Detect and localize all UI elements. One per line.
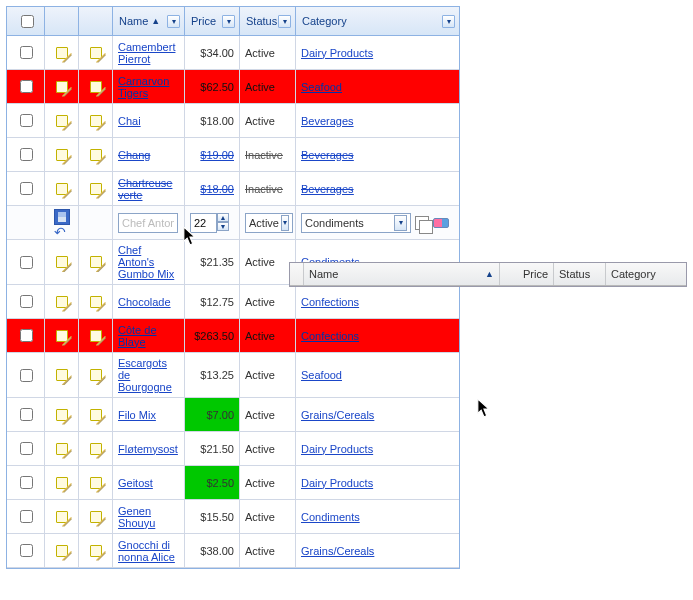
cell-edit1[interactable] (45, 36, 79, 69)
edit-icon[interactable] (54, 475, 70, 491)
cell-checkbox[interactable] (7, 466, 45, 499)
cell-edit1[interactable] (45, 285, 79, 318)
erase-icon[interactable] (433, 218, 449, 228)
cell-checkbox[interactable] (7, 172, 45, 205)
edit-icon[interactable] (54, 181, 70, 197)
chevron-down-icon[interactable]: ▾ (281, 215, 289, 231)
edit-icon[interactable] (54, 328, 70, 344)
table-row[interactable]: Escargots de Bourgogne$13.25ActiveSeafoo… (7, 353, 459, 398)
chevron-down-icon[interactable]: ▾ (222, 15, 235, 28)
chevron-down-icon[interactable]: ▾ (442, 15, 455, 28)
cell-edit2[interactable] (79, 319, 113, 352)
edit-icon[interactable] (88, 543, 104, 559)
cell-category[interactable]: Condiments (296, 500, 459, 533)
edit-icon[interactable] (88, 294, 104, 310)
cell-name[interactable]: Gnocchi di nonna Alice (113, 534, 185, 567)
small-header-price[interactable]: Price (500, 263, 554, 285)
cell-category[interactable]: Dairy Products (296, 466, 459, 499)
cell-edit1[interactable] (45, 432, 79, 465)
small-header-category[interactable]: Category (606, 263, 686, 285)
spin-down-icon[interactable]: ▼ (217, 222, 229, 231)
cell-name[interactable]: Escargots de Bourgogne (113, 353, 185, 397)
cell-checkbox[interactable] (7, 353, 45, 397)
row-checkbox[interactable] (20, 329, 33, 342)
cell-edit2[interactable] (79, 398, 113, 431)
cell-edit1[interactable] (45, 500, 79, 533)
cell-name[interactable]: Chocolade (113, 285, 185, 318)
table-row[interactable]: Gnocchi di nonna Alice$38.00ActiveGrains… (7, 534, 459, 568)
spin-up-icon[interactable]: ▲ (217, 213, 229, 222)
row-checkbox[interactable] (20, 295, 33, 308)
cell-edit1[interactable] (45, 353, 79, 397)
cell-name[interactable]: Fløtemysost (113, 432, 185, 465)
row-checkbox[interactable] (20, 148, 33, 161)
cell-edit1[interactable] (45, 70, 79, 103)
edit-icon[interactable] (54, 294, 70, 310)
cell-edit1[interactable] (45, 398, 79, 431)
cell-edit2[interactable] (79, 138, 113, 171)
edit-icon[interactable] (54, 79, 70, 95)
cell-edit2[interactable] (79, 240, 113, 284)
edit-icon[interactable] (54, 441, 70, 457)
edit-icon[interactable] (88, 441, 104, 457)
cell-edit2[interactable] (79, 432, 113, 465)
table-row[interactable]: Côte de Blaye$263.50ActiveConfections (7, 319, 459, 353)
cell-checkbox[interactable] (7, 138, 45, 171)
cell-name[interactable]: Genen Shouyu (113, 500, 185, 533)
edit-icon[interactable] (88, 45, 104, 61)
name-input[interactable] (118, 213, 178, 233)
cell-checkbox[interactable] (7, 534, 45, 567)
table-row[interactable]: Chai$18.00ActiveBeverages (7, 104, 459, 138)
spin-buttons[interactable]: ▲▼ (217, 213, 229, 233)
cell-category[interactable]: Beverages (296, 172, 459, 205)
table-row[interactable]: Carnarvon Tigers$62.50ActiveSeafood (7, 70, 459, 104)
cell-category[interactable]: Dairy Products (296, 432, 459, 465)
cell-edit2[interactable] (79, 70, 113, 103)
chevron-down-icon[interactable]: ▾ (278, 15, 291, 28)
row-checkbox[interactable] (20, 46, 33, 59)
edit-icon[interactable] (88, 113, 104, 129)
cell-edit1[interactable] (45, 138, 79, 171)
table-row[interactable]: Fløtemysost$21.50ActiveDairy Products (7, 432, 459, 466)
save-icon[interactable] (54, 209, 70, 225)
cell-checkbox[interactable] (7, 70, 45, 103)
cell-category[interactable]: Beverages (296, 104, 459, 137)
edit-icon[interactable] (54, 254, 70, 270)
chevron-down-icon[interactable]: ▾ (394, 215, 407, 231)
cell-name[interactable]: Côte de Blaye (113, 319, 185, 352)
table-row[interactable]: Geitost$2.50ActiveDairy Products (7, 466, 459, 500)
header-category[interactable]: Category ▾ (296, 7, 459, 35)
category-combobox[interactable]: Condiments▾ (301, 213, 411, 233)
cell-category[interactable]: Confections (296, 319, 459, 352)
cell-category[interactable]: Grains/Cereals (296, 534, 459, 567)
cell-edit2[interactable] (79, 500, 113, 533)
cell-name[interactable]: Camembert Pierrot (113, 36, 185, 69)
small-header-name[interactable]: Name ▲ (304, 263, 500, 285)
cell-checkbox[interactable] (7, 240, 45, 284)
row-checkbox[interactable] (20, 114, 33, 127)
cell-edit1[interactable] (45, 319, 79, 352)
cell-edit1[interactable] (45, 466, 79, 499)
edit-icon[interactable] (88, 79, 104, 95)
cell-checkbox[interactable] (7, 104, 45, 137)
select-all-checkbox[interactable] (21, 15, 34, 28)
row-checkbox[interactable] (20, 544, 33, 557)
cell-category[interactable]: Beverages (296, 138, 459, 171)
undo-icon[interactable]: ↶ (54, 227, 70, 237)
table-row[interactable]: Camembert Pierrot$34.00ActiveDairy Produ… (7, 36, 459, 70)
cell-checkbox[interactable] (7, 398, 45, 431)
cell-edit2[interactable] (79, 466, 113, 499)
edit-icon[interactable] (88, 407, 104, 423)
cell-category[interactable]: Confections (296, 285, 459, 318)
edit-icon[interactable] (54, 543, 70, 559)
edit-icon[interactable] (88, 367, 104, 383)
cell-name[interactable]: Chang (113, 138, 185, 171)
edit-icon[interactable] (88, 147, 104, 163)
cell-name[interactable]: Carnarvon Tigers (113, 70, 185, 103)
cell-name[interactable]: Geitost (113, 466, 185, 499)
cell-category[interactable]: Seafood (296, 353, 459, 397)
cell-category[interactable]: Seafood (296, 70, 459, 103)
edit-icon[interactable] (88, 509, 104, 525)
copy-icon[interactable] (415, 216, 429, 230)
cell-edit2[interactable] (79, 36, 113, 69)
